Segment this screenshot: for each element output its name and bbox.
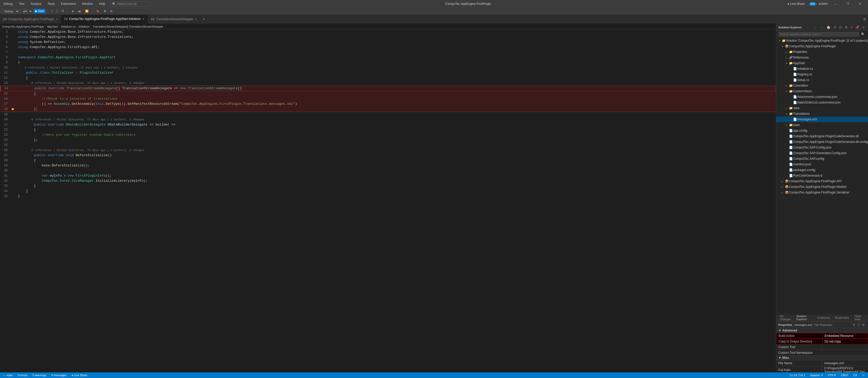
- tree-packages-config[interactable]: 📄 packages.config: [776, 167, 868, 173]
- maximize-button[interactable]: ❐: [842, 0, 854, 8]
- status-errors[interactable]: 0 errors: [17, 374, 29, 377]
- tree-run-codegen[interactable]: 📄 RunCodeGenerator.tt: [776, 173, 868, 179]
- line-content-9[interactable]: {: [16, 60, 776, 65]
- line-content-8[interactable]: namespace CompuTec.AppEngine.FirstPlugin…: [16, 55, 776, 60]
- toolbar-btn-5[interactable]: ⏭: [77, 9, 83, 13]
- tree-properties[interactable]: ▷ 📁 Properties: [776, 49, 868, 55]
- tree-www[interactable]: ▷ 📁 www: [776, 122, 868, 128]
- status-encoding[interactable]: UTF-8: [827, 374, 837, 377]
- tree-initializer[interactable]: 📄 Initializer.cs: [776, 66, 868, 71]
- line-content-18[interactable]: };: [16, 106, 776, 112]
- tree-codegen-dll-config[interactable]: 📄 ComputTec.AppEngine.PluginCodeGenerato…: [776, 139, 868, 145]
- tree-registry[interactable]: 📄 Registry.cs: [776, 71, 868, 77]
- test-menu[interactable]: Test: [17, 2, 26, 6]
- tree-setup[interactable]: 📄 Setup.cs: [776, 77, 868, 83]
- sol-close[interactable]: ✕: [861, 25, 866, 30]
- tab-add-button[interactable]: +: [200, 17, 208, 22]
- line-content-32[interactable]: CompuTec.Core2.CoreManager.InitializeLib…: [16, 179, 776, 184]
- sol-action-collapse[interactable]: ⊟: [838, 25, 843, 30]
- tab-1[interactable]: C# CompuTec.AppEngine.FirstPlugin.AppSta…: [61, 15, 148, 24]
- line-content-26[interactable]: 0 references | Michal Wieczorek, 73 days…: [16, 148, 776, 153]
- tree-references[interactable]: ▷ 🔗 References: [776, 55, 868, 60]
- toolbar-btn-9[interactable]: ⊖: [108, 9, 114, 13]
- tree-app-config[interactable]: 📄 app.config: [776, 128, 868, 133]
- status-spaces[interactable]: Spaces: 4: [809, 374, 824, 377]
- tree-sap-generated[interactable]: 📄 ComputTec.SAP.Generated.Config.json: [776, 150, 868, 156]
- line-content-33[interactable]: }: [16, 184, 776, 189]
- line-content-5[interactable]: using System.Reflection;: [16, 40, 776, 45]
- breadcrumb-part-3[interactable]: Initializer: [79, 25, 89, 28]
- prop-value-custom-tool-ns[interactable]: [822, 350, 868, 355]
- line-content-27[interactable]: public override void BeforeInitialize(): [16, 153, 776, 158]
- search-box[interactable]: 🔍 Search (Ctrl+Q): [110, 2, 151, 6]
- platform-dropdown[interactable]: x64: [21, 9, 33, 13]
- line-content-13[interactable]: 0 references | Michal Wieczorek, 73 days…: [16, 81, 776, 86]
- line-content-30[interactable]: [16, 168, 776, 173]
- breadcrumb-part-0[interactable]: CompuTec.AppEngine.FirstPlugin: [2, 25, 44, 28]
- status-live-share[interactable]: ♦ Live Share: [70, 374, 88, 377]
- sol-action-refresh[interactable]: ↺: [833, 25, 837, 30]
- help-menu[interactable]: Help: [98, 2, 107, 6]
- line-content-11[interactable]: public class Initializer : PluginInitial…: [16, 70, 776, 75]
- sol-action-settings[interactable]: ≡: [849, 25, 854, 30]
- editor-split-button[interactable]: ⊞: [861, 18, 868, 21]
- debug-config-dropdown[interactable]: Debug↑: [2, 9, 20, 13]
- line-content-17[interactable]: () => Assembly.GetAssembly(this.GetType(…: [16, 101, 776, 106]
- analyze-menu[interactable]: Analyze: [29, 2, 43, 6]
- line-content-28[interactable]: {: [16, 158, 776, 163]
- status-git-branch[interactable]: ↔ main: [2, 374, 14, 377]
- tree-sap-config-json[interactable]: 📄 ComputTec.SAP.Config.json: [776, 145, 868, 150]
- line-content-12[interactable]: {: [16, 75, 776, 81]
- breadcrumb-part-1[interactable]: AppStart: [47, 25, 58, 28]
- line-content-6[interactable]: using CompuTec.AppEngine.FirstPlugin.API…: [16, 45, 776, 50]
- line-content-23[interactable]: //here you can register custom Odata con…: [16, 132, 776, 137]
- tree-jobs[interactable]: ▷ 📁 Jobs: [776, 105, 868, 111]
- line-content-35[interactable]: }: [16, 194, 776, 199]
- panel-tab-bookmarks[interactable]: Bookmarks: [833, 316, 851, 320]
- prop-value-file-name[interactable]: messages.xml: [822, 360, 868, 366]
- tree-manifest-json[interactable]: 📄 manifest.json: [776, 161, 868, 167]
- close-button[interactable]: ✕: [854, 0, 866, 8]
- status-language[interactable]: C#: [852, 374, 858, 377]
- line-content-34[interactable]: }: [16, 189, 776, 194]
- toolbar-btn-2[interactable]: ⟩: [55, 9, 59, 13]
- line-content-4[interactable]: using CompuTec.AppEngine.Base.Infrastruc…: [16, 34, 776, 40]
- tree-sap-config[interactable]: 📄 ComputTec.SAP.config: [776, 156, 868, 161]
- line-content-10[interactable]: 0 references | Michal Wieczorek, 73 days…: [16, 65, 776, 70]
- tree-serializer-project[interactable]: ▷ 📦 ComputTec.AppEngine.FirstPlugin.Seri…: [776, 190, 868, 195]
- code-editor[interactable]: 3 using CompuTec.AppEngine.Base.Infrastr…: [0, 29, 776, 372]
- sol-action-forward[interactable]: →: [819, 25, 825, 30]
- status-cursor-pos[interactable]: Ln 14, Col 1: [789, 374, 806, 377]
- line-content-29[interactable]: base.BeforeInitialize();: [16, 163, 776, 168]
- panel-tab-classview[interactable]: Class View: [851, 314, 867, 322]
- sol-action-filter[interactable]: ⚙: [844, 25, 848, 30]
- tab-2[interactable]: C# TranslationStreamDelegate ×: [148, 15, 200, 24]
- tree-messages-xml[interactable]: 📄 messages.xml: [776, 117, 868, 122]
- prop-value-full-path[interactable]: C:\Projects\P5\P1\C# Samples\API Trainin…: [822, 366, 868, 372]
- tree-translations[interactable]: ▾ 📁 Translations: [776, 111, 868, 117]
- status-messages[interactable]: 0 messages: [50, 374, 67, 377]
- tree-models-project[interactable]: ▷ 📦 ComputTec.AppEngine.FirstPlugin.Mode…: [776, 184, 868, 190]
- line-content-3[interactable]: using CompuTec.AppEngine.Base.Infrastruc…: [16, 29, 776, 34]
- sol-search-btn[interactable]: 🔍: [860, 32, 866, 36]
- tab-2-close[interactable]: ×: [195, 17, 197, 21]
- tree-codegen-dll[interactable]: 📄 ComputTec.AppEngine.PluginCodeGenerato…: [776, 133, 868, 139]
- prop-settings-btn[interactable]: ⚙: [861, 322, 866, 327]
- toolbar-btn-8[interactable]: ⊕: [102, 9, 107, 13]
- line-content-20[interactable]: 0 references | Michal Wieczorek, 73 days…: [16, 117, 776, 122]
- line-content-19[interactable]: [16, 112, 776, 117]
- line-content-25[interactable]: [16, 143, 776, 148]
- tree-appstart[interactable]: ▾ 📁 AppStart: [776, 60, 868, 66]
- sol-action-back[interactable]: ←: [813, 25, 818, 30]
- line-content-24[interactable]: };: [16, 137, 776, 143]
- line-content-16[interactable]: ///Point to a location of translations: [16, 96, 776, 101]
- tree-api-project[interactable]: ▷ 📦 ComputTec.AppEngine.FirstPlugin.API: [776, 179, 868, 184]
- line-content-15[interactable]: {: [16, 91, 776, 96]
- status-warnings[interactable]: 0 warnings: [32, 374, 47, 377]
- panel-tab-codelens[interactable]: CodeLens: [814, 316, 833, 320]
- tree-customviews[interactable]: ▾ 📁 CustomViews: [776, 88, 868, 94]
- prop-categorize-btn[interactable]: ≡: [857, 322, 861, 327]
- live-share-button[interactable]: ♦ Live Share: [785, 2, 807, 6]
- line-content-31[interactable]: var myInfo = new FirstPluginInfo();: [16, 173, 776, 179]
- status-line-ending[interactable]: CRLF: [840, 374, 849, 377]
